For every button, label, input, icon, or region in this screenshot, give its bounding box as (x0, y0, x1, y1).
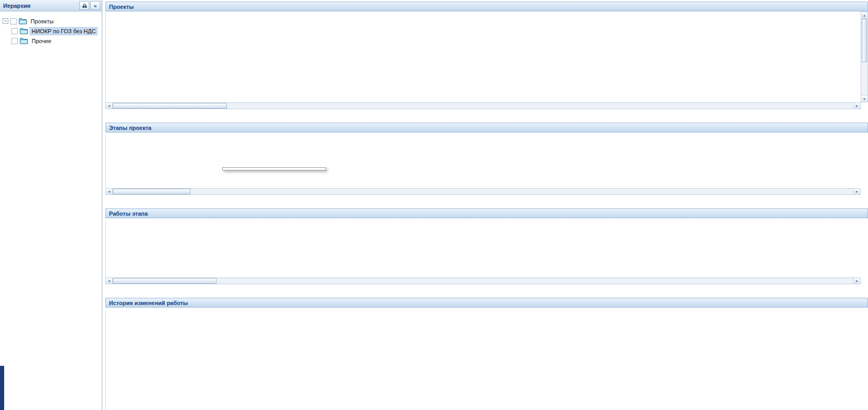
hierarchy-sidebar: Иерархия « −ПроектыНИОКР по ГОЗ без НДСП… (0, 0, 102, 410)
projects-vertical-scrollbar[interactable]: ▲ ▼ (861, 11, 868, 102)
corner-strip (0, 366, 4, 410)
scroll-thumb[interactable] (862, 19, 867, 62)
collapse-icon[interactable]: « (90, 1, 100, 10)
tree-item-label: НИОКР по ГОЗ без НДС (30, 28, 97, 35)
tree-item-projects-root[interactable]: −Проекты (3, 16, 100, 26)
scroll-left-icon[interactable]: ◄ (106, 278, 113, 284)
scroll-left-icon[interactable]: ◄ (106, 103, 113, 109)
stages-table (106, 136, 861, 188)
projects-grid-wrap: ▲ ▼ (105, 11, 868, 102)
scroll-thumb[interactable] (113, 189, 191, 194)
projects-panel: Проекты ▲ ▼ ◄ ► (105, 2, 868, 109)
tree-checkbox[interactable] (11, 38, 18, 44)
tree-checkbox[interactable] (10, 18, 17, 24)
scroll-right-icon[interactable]: ► (853, 278, 860, 284)
tree-item-label: Проекты (29, 18, 55, 25)
projects-horizontal-scrollbar[interactable]: ◄ ► (105, 102, 861, 109)
work-history-table (106, 311, 861, 410)
tree-item-label: Прочее (30, 37, 53, 45)
folder-icon (20, 37, 28, 44)
hierarchy-tree: −ПроектыНИОКР по ГОЗ без НДСПрочее (0, 11, 102, 46)
works-panel: Работы этапа ◄ ► (105, 208, 868, 284)
works-panel-title: Работы этапа (105, 208, 868, 218)
main-area: Проекты ▲ ▼ ◄ ► Этапы проекта (104, 0, 868, 410)
folder-icon (20, 28, 28, 34)
work-detail-tabs (104, 284, 868, 298)
projects-table (106, 11, 861, 102)
works-table (106, 221, 861, 277)
folder-icon (19, 18, 27, 24)
application-window: Иерархия « −ПроектыНИОКР по ГОЗ без НДСП… (0, 0, 868, 410)
stages-grid-wrap (105, 136, 868, 188)
work-history-grid-wrap (105, 311, 868, 410)
works-horizontal-scrollbar[interactable]: ◄ ► (105, 277, 861, 284)
stage-detail-tabs (104, 195, 868, 208)
tree-item-other[interactable]: Прочее (3, 36, 100, 46)
tree-expander-icon[interactable]: − (3, 18, 8, 24)
stages-horizontal-scrollbar[interactable]: ◄ ► (105, 188, 861, 195)
work-history-panel-title: История изменений работы (105, 298, 868, 308)
stages-panel-title: Этапы проекта (105, 123, 868, 133)
sidebar-title: Иерархия (3, 3, 78, 9)
sidebar-header: Иерархия « (0, 0, 102, 11)
context-menu (222, 167, 326, 170)
scroll-thumb[interactable] (113, 103, 227, 109)
scroll-down-icon[interactable]: ▼ (861, 95, 867, 102)
scroll-thumb[interactable] (113, 278, 216, 284)
projects-panel-title: Проекты (105, 2, 868, 11)
project-detail-tabs (104, 109, 868, 123)
binoculars-icon[interactable] (79, 1, 89, 10)
scroll-left-icon[interactable]: ◄ (106, 189, 113, 194)
stages-panel: Этапы проекта ◄ ► (105, 123, 868, 195)
scroll-right-icon[interactable]: ► (853, 189, 860, 194)
tree-checkbox[interactable] (11, 28, 18, 34)
works-grid-wrap (105, 221, 868, 277)
work-history-panel: История изменений работы (105, 298, 868, 410)
scroll-up-icon[interactable]: ▲ (861, 12, 867, 19)
tree-item-niokr-goz[interactable]: НИОКР по ГОЗ без НДС (3, 26, 100, 36)
scroll-right-icon[interactable]: ► (853, 103, 860, 109)
